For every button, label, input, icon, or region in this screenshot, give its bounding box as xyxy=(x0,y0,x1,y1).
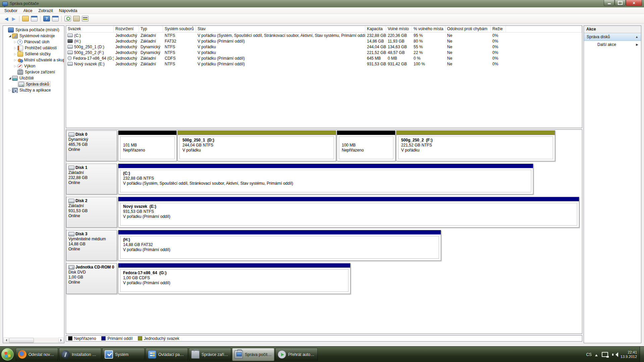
volume-row-c[interactable]: (C:) Jednoduchý Základní NTFS V pořádku … xyxy=(66,33,582,38)
back-icon[interactable]: ◀ xyxy=(3,15,10,22)
menu-view[interactable]: Zobrazit xyxy=(35,8,56,14)
taskbar-button-installation[interactable]: Installation Comp... xyxy=(59,348,101,361)
expand-toggle-icon[interactable]: ▷ xyxy=(13,46,17,50)
primary-partition-color-bar xyxy=(118,263,350,268)
column-header-status[interactable]: Stav xyxy=(196,26,365,32)
language-indicator[interactable]: CS xyxy=(586,352,592,357)
volume-row-e[interactable]: Nový svazek (E:) Jednoduchý Základní NTF… xyxy=(66,61,582,67)
tree-item-device-manager[interactable]: Správce zařízení xyxy=(3,69,64,75)
disk0-label[interactable]: Disk 0 Dynamický 465,76 GB Online xyxy=(66,130,117,161)
refresh-icon[interactable] xyxy=(64,16,71,21)
cdrom0-label[interactable]: Jednotka CD-ROM 0 Disk DVD 1,00 GB Onlin… xyxy=(66,263,117,294)
tree-item-disk-management[interactable]: Správa disků xyxy=(3,81,64,87)
menu-help[interactable]: Nápověda xyxy=(56,8,80,14)
show-action-pane-icon[interactable] xyxy=(52,16,59,21)
volume-icon[interactable] xyxy=(612,352,617,357)
column-header-fault-tolerance[interactable]: Odolnost proti chybám xyxy=(445,26,491,32)
taskbar-button-firefox[interactable]: Odeslat nové tém... xyxy=(16,348,58,361)
partition-e[interactable]: Nový svazek (E:) 931,53 GB NTFS V pořádk… xyxy=(118,197,579,228)
close-button[interactable]: × xyxy=(626,0,642,6)
partition-unallocated-1[interactable]: 101 MB Nepřiřazeno xyxy=(118,130,177,161)
show-desktop-button[interactable] xyxy=(640,347,644,362)
console-window-icon[interactable] xyxy=(31,16,38,21)
disk-management-icon xyxy=(18,82,24,87)
column-header-filesystem[interactable]: Systém souborů xyxy=(163,26,196,32)
tree-item-task-scheduler[interactable]: ▷ Plánovač úloh xyxy=(3,39,64,45)
taskbar-button-computer-management[interactable]: Správa počítače xyxy=(232,348,274,361)
scroll-right-button[interactable] xyxy=(58,338,64,343)
tree-item-computer-management[interactable]: Správa počítače (místní) xyxy=(3,27,64,33)
volume-row-g[interactable]: Fedora-17-x86_64 (G:) Jednoduchý Základn… xyxy=(66,55,582,61)
disk-view-options-icon[interactable] xyxy=(82,16,89,21)
menu-action[interactable]: Akce xyxy=(20,8,36,14)
volume-list-header: Svazek Rozvržení Typ Systém souborů Stav… xyxy=(66,26,582,33)
system-tools-icon xyxy=(12,34,18,39)
volume-row-h[interactable]: (H:) Jednoduchý Základní FAT32 V pořádku… xyxy=(66,38,582,44)
column-header-filler xyxy=(506,26,582,32)
partition-d[interactable]: 500g_250_1 (D:) 244,04 GB NTFS V pořádku xyxy=(177,130,336,161)
primary-partition-color-bar xyxy=(118,230,441,235)
expand-toggle-icon[interactable]: ▷ xyxy=(8,88,12,92)
taskbar-button-device-manager[interactable]: Správce zařízení xyxy=(189,348,231,361)
expand-toggle-icon[interactable]: ▷ xyxy=(13,40,17,44)
column-header-free-pct[interactable]: % volného místa xyxy=(412,26,445,32)
taskbar-button-control-panel[interactable]: Ovládací panely xyxy=(146,348,188,361)
legend-unallocated: Nepřiřazeno xyxy=(68,336,96,341)
taskbar-button-autoplay[interactable]: Přehrát automatic... xyxy=(275,348,318,361)
disk1-label[interactable]: Disk 1 Základní 232,88 GB Online xyxy=(66,164,117,194)
clock[interactable]: 22:41 13.9.2012 xyxy=(621,350,637,359)
forward-icon[interactable]: ▶ xyxy=(10,15,17,22)
partition-c[interactable]: (C:) 232,88 GB NTFS V pořádku (Systém, S… xyxy=(118,164,533,194)
show-hidden-icons-icon[interactable] xyxy=(595,353,598,356)
properties-icon[interactable] xyxy=(73,16,80,21)
scrollbar-thumb[interactable] xyxy=(9,338,34,343)
partition-g[interactable]: Fedora-17-x86_64 (G:) 1,00 GB CDFS V poř… xyxy=(118,263,351,294)
tree-item-services[interactable]: ▷ Služby a aplikace xyxy=(3,87,64,93)
expand-toggle-icon[interactable]: ▷ xyxy=(13,52,17,56)
actions-more-actions[interactable]: Další akce ▶ xyxy=(584,41,641,48)
cdrom0-row: Jednotka CD-ROM 0 Disk DVD 1,00 GB Onlin… xyxy=(66,263,351,294)
tree-item-shared-folders[interactable]: ▷ Sdílené složky xyxy=(3,51,64,57)
taskbar: Odeslat nové tém... Installation Comp...… xyxy=(0,346,644,362)
actions-group-disk-management[interactable]: Správa disků ▲ xyxy=(584,33,641,41)
column-header-capacity[interactable]: Kapacita xyxy=(365,26,386,32)
start-button[interactable] xyxy=(0,347,15,362)
toolbar-separator xyxy=(61,16,62,22)
volume-row-d[interactable]: 500g_250_1 (D:) Jednoduchý Dynamický NTF… xyxy=(66,44,582,50)
column-header-volume[interactable]: Svazek xyxy=(66,26,114,32)
scrollbar-track[interactable] xyxy=(34,338,58,343)
expand-toggle-icon[interactable]: ▷ xyxy=(13,58,17,62)
collapse-chevron-icon[interactable]: ▲ xyxy=(635,35,638,39)
tree-item-system-tools[interactable]: ◢ Systémové nástroje xyxy=(3,33,64,39)
column-header-layout[interactable]: Rozvržení xyxy=(114,26,139,32)
tree-item-event-viewer[interactable]: ▷ Prohlížeč událostí xyxy=(3,45,64,51)
removable-disk-icon xyxy=(68,232,74,236)
column-header-overhead[interactable]: Režie xyxy=(491,26,506,32)
tree-horizontal-scrollbar[interactable] xyxy=(3,338,64,343)
disk2-label[interactable]: Disk 2 Základní 931,53 GB Online xyxy=(66,197,117,228)
column-header-type[interactable]: Typ xyxy=(139,26,163,32)
partition-unallocated-2[interactable]: 100 MB Nepřiřazeno xyxy=(337,130,395,161)
scroll-left-icon xyxy=(4,339,7,342)
network-icon[interactable] xyxy=(602,352,608,357)
cd-drive-icon xyxy=(68,265,74,269)
help-icon[interactable]: ? xyxy=(43,16,50,21)
volume-row-f[interactable]: 500g_250_2 (F:) Jednoduchý Dynamický NTF… xyxy=(66,50,582,55)
maximize-button[interactable] xyxy=(615,0,626,6)
tree-item-performance[interactable]: ▷ Výkon xyxy=(3,63,64,69)
expand-toggle-icon[interactable]: ▷ xyxy=(13,64,17,68)
scroll-left-button[interactable] xyxy=(3,338,9,343)
tree-item-local-users[interactable]: ▷ Místní uživatelé a skupiny xyxy=(3,57,64,63)
tree-item-storage[interactable]: ◢ Úložiště xyxy=(3,75,64,81)
show-console-tree-icon[interactable] xyxy=(22,16,29,21)
column-header-free[interactable]: Volné místo xyxy=(386,26,412,32)
menu-file[interactable]: Soubor xyxy=(1,8,20,14)
partition-f[interactable]: 500g_250_2 (F:) 221,52 GB NTFS V pořádku xyxy=(396,130,555,161)
taskbar-button-system[interactable]: Systém xyxy=(102,348,145,361)
disk3-label[interactable]: Disk 3 Vyměnitelné médium 14,88 GB Onlin… xyxy=(66,230,117,261)
minimize-button[interactable] xyxy=(604,0,614,6)
minimize-icon xyxy=(608,3,611,4)
partition-h[interactable]: (H:) 14,88 GB FAT32 V pořádku (Primární … xyxy=(118,230,441,261)
collapse-toggle-icon[interactable]: ◢ xyxy=(8,76,12,80)
collapse-toggle-icon[interactable]: ◢ xyxy=(8,34,12,38)
